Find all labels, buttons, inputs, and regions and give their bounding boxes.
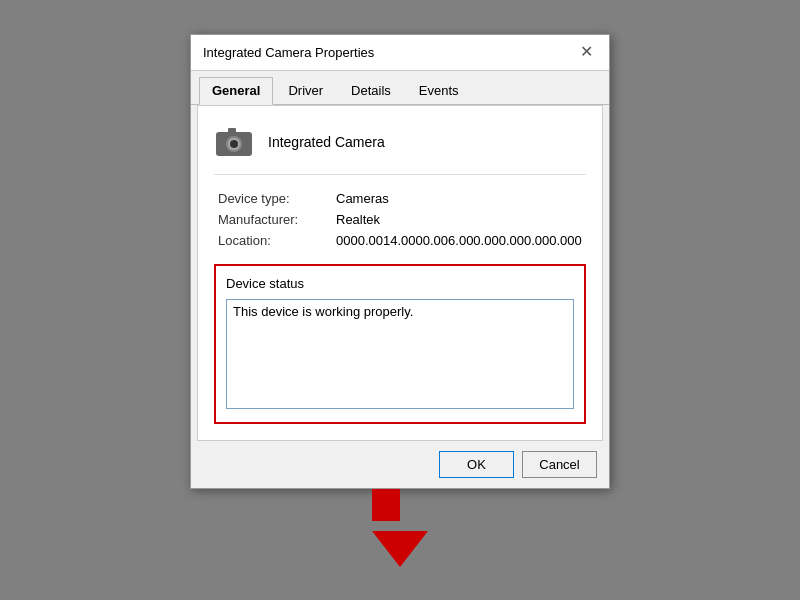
device-status-textarea[interactable] — [226, 299, 574, 409]
tab-content: Integrated Camera Device type: Cameras M… — [197, 105, 603, 441]
location-label: Location: — [218, 233, 328, 248]
tab-details[interactable]: Details — [338, 77, 404, 104]
location-value: 0000.0014.0000.006.000.000.000.000.000 — [336, 233, 586, 248]
device-status-section: Device status — [214, 264, 586, 424]
manufacturer-label: Manufacturer: — [218, 212, 328, 227]
svg-rect-4 — [228, 128, 236, 133]
dialog-footer: OK Cancel — [191, 441, 609, 488]
dialog-window: Integrated Camera Properties ✕ General D… — [190, 34, 610, 489]
device-info-grid: Device type: Cameras Manufacturer: Realt… — [214, 191, 586, 248]
ok-button[interactable]: OK — [439, 451, 514, 478]
title-bar: Integrated Camera Properties ✕ — [191, 35, 609, 71]
dialog-title: Integrated Camera Properties — [203, 45, 374, 60]
camera-icon — [214, 122, 254, 162]
device-status-label: Device status — [226, 276, 574, 291]
tab-bar: General Driver Details Events — [191, 71, 609, 105]
device-type-label: Device type: — [218, 191, 328, 206]
red-arrow-indicator — [372, 489, 428, 567]
svg-point-3 — [230, 140, 238, 148]
page-wrapper: Integrated Camera Properties ✕ General D… — [190, 34, 610, 567]
tab-general[interactable]: General — [199, 77, 273, 105]
close-button[interactable]: ✕ — [576, 44, 597, 60]
device-type-value: Cameras — [336, 191, 586, 206]
manufacturer-value: Realtek — [336, 212, 586, 227]
device-name: Integrated Camera — [268, 134, 385, 150]
device-header: Integrated Camera — [214, 122, 586, 175]
tab-events[interactable]: Events — [406, 77, 472, 104]
cancel-button[interactable]: Cancel — [522, 451, 597, 478]
tab-driver[interactable]: Driver — [275, 77, 336, 104]
